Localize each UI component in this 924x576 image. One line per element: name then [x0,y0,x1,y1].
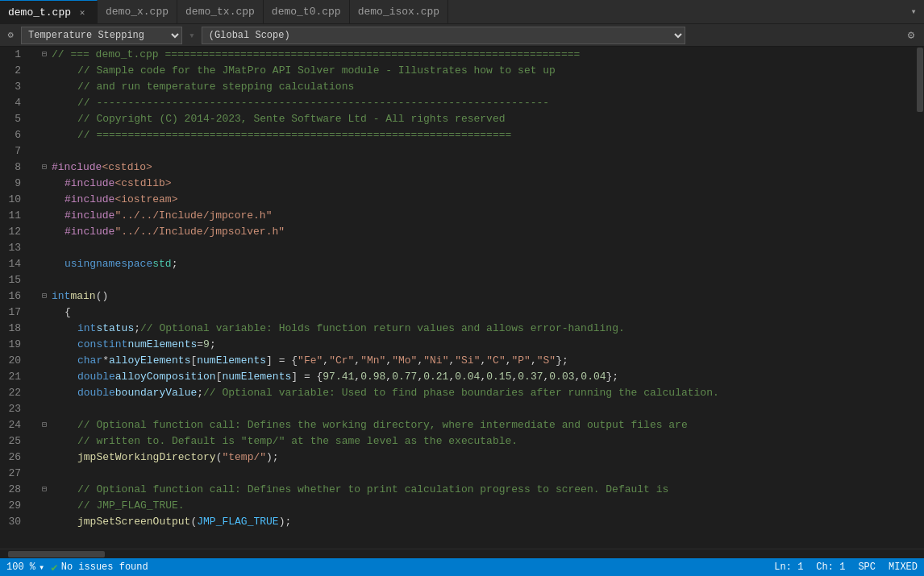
tab-demo-tx-cpp[interactable]: demo_tx.cpp [177,0,264,23]
token-number: 0.04 [455,369,480,385]
token-plain: }; [606,369,619,385]
code-line: // =====================================… [39,127,916,143]
tab-label: demo_t.cpp [8,6,71,19]
code-line: ⊟// Optional function call: Defines the … [39,417,916,433]
token-plain: ( [190,514,197,530]
settings-button[interactable]: ⚙ [901,27,921,44]
code-line: #include "../../Include/jmpcore.h" [39,208,916,224]
token-comment: // Optional function call: Defines wheth… [77,482,668,498]
line-num: 13 [0,240,27,256]
scrollbar-thumb-h[interactable] [8,551,105,557]
token-number: 0.15 [486,369,511,385]
code-line: const int numElements = 9; [39,337,916,353]
token-header: <cstdio> [102,160,152,176]
code-line: #include <cstdlib> [39,176,916,192]
token-variable: alloyElements [109,353,190,369]
tab-close-button[interactable]: ✕ [76,6,89,19]
tab-demo-t0-cpp[interactable]: demo_t0.cpp [264,0,350,23]
check-icon: ✔ [51,561,57,574]
zoom-dropdown-icon: ▾ [39,561,44,574]
tab-demo-x-cpp[interactable]: demo_x.cpp [98,0,177,23]
line-num: 12 [0,224,27,240]
token-plain: }; [556,353,568,369]
scrollbar-vertical[interactable] [916,47,924,549]
toolbar: ⚙ Temperature Stepping ▾ (Global Scope) … [0,24,924,47]
code-line: jmpSetScreenOutput (JMP_FLAG_TRUE); [39,514,916,530]
tab-spacer [448,0,903,23]
code-line [39,466,916,482]
status-bar: 100 % ▾ ✔ No issues found Ln: 1 Ch: 1 SP… [0,558,924,576]
token-keyword: int [77,321,96,337]
tab-demo-isox-cpp[interactable]: demo_isox.cpp [350,0,448,23]
token-comment: // -------------------------------------… [77,95,549,111]
code-line: ⊟int main () [39,288,916,305]
line-num: 30 [0,514,27,530]
zoom-control[interactable]: 100 % ▾ [6,561,44,574]
fold-icon[interactable]: ⊟ [39,484,50,495]
code-line: // -------------------------------------… [39,95,916,111]
line-num: 7 [0,143,27,160]
token-variable: numElements [197,353,266,369]
scrollbar-thumb[interactable] [917,48,923,112]
code-line: jmpSetWorkingDirectory ("temp/"); [39,450,916,466]
token-plain: ; [172,256,178,272]
scope-select[interactable]: (Global Scope) [202,27,685,44]
token-plain: , [385,353,392,369]
tab-overflow-button[interactable]: ▾ [903,0,924,23]
code-area[interactable]: ⊟// === demo_t.cpp =====================… [35,47,916,549]
line-num: 1 [0,47,27,63]
token-plain: , [531,353,537,369]
tab-demo-t-cpp[interactable]: demo_t.cpp ✕ [0,0,98,23]
code-line: char *alloyElements [numElements] = {"Fe… [39,353,916,369]
editor: 1234567891011121314151617181920212223242… [0,47,924,549]
line-num: 25 [0,433,27,450]
token-string: "temp/" [222,450,266,466]
code-line [39,143,916,160]
token-header: <iostream> [114,192,177,208]
token-plain: ] = { [291,369,323,385]
fold-icon[interactable]: ⊟ [39,420,50,431]
line-num: 11 [0,208,27,224]
tab-label: demo_tx.cpp [185,6,255,18]
line-num: 4 [0,95,27,111]
token-comment: // written to. Default is "temp/" at the… [77,433,518,450]
line-num: 26 [0,450,27,466]
token-number: 0.37 [518,369,543,385]
token-string: "Mo" [392,353,417,369]
token-plain: , [385,369,392,385]
token-comment: // Copyright (C) 2014-2023, Sente Softwa… [77,111,506,127]
token-plain: , [448,369,455,385]
token-plain: , [480,353,486,369]
token-string: "P" [512,353,531,369]
scrollbar-track[interactable] [0,549,924,558]
fold-icon[interactable]: ⊟ [39,291,50,302]
issues-text: No issues found [61,561,148,573]
line-num: 15 [0,272,27,288]
line-num: 8 [0,160,27,176]
code-line [39,272,916,288]
fold-icon[interactable]: ⊟ [39,49,50,60]
breadcrumb-select[interactable]: Temperature Stepping [21,27,182,44]
token-include: #include [65,192,114,208]
token-keyword: double [77,369,115,385]
token-comment: // Optional function call: Defines the w… [77,417,688,433]
token-plain: ; [210,337,216,353]
token-comment: // JMP_FLAG_TRUE. [77,498,185,514]
encoding: SPC [858,561,876,573]
zoom-value: 100 % [6,561,35,573]
token-plain: { [65,305,71,321]
horizontal-scrollbar[interactable] [0,549,924,558]
line-num: 17 [0,305,27,321]
token-variable: alloyComposition [115,369,216,385]
token-plain: , [354,369,360,385]
code-line: double alloyComposition [numElements] = … [39,369,916,385]
line-num: 5 [0,111,27,127]
code-line [39,401,916,417]
line-num: 19 [0,337,27,353]
token-plain: ); [279,514,292,530]
code-line: { [39,305,916,321]
token-plain: ); [266,450,279,466]
token-string: "Si" [455,353,480,369]
token-plain: ( [216,450,223,466]
fold-icon[interactable]: ⊟ [39,162,50,173]
